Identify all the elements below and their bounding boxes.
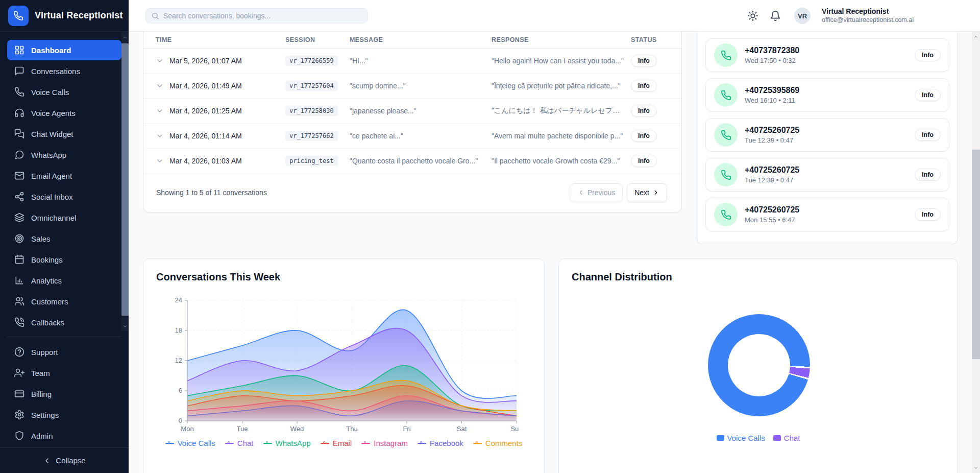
notifications-icon[interactable] bbox=[770, 10, 781, 21]
phone-icon bbox=[721, 90, 731, 101]
sidebar-item-chat-widget[interactable]: Chat Widget bbox=[7, 124, 121, 144]
phone-icon bbox=[721, 130, 731, 140]
legend-item-facebook[interactable]: Facebook bbox=[418, 439, 463, 447]
table-row[interactable]: Mar 4, 2026, 01:14 AMvr_177257662"ce pac… bbox=[143, 124, 681, 149]
call-card: +40725395869Wed 16:10 • 2:11Info bbox=[705, 78, 949, 112]
table-body: Mar 5, 2026, 01:07 AMvr_177266559"HI..."… bbox=[143, 49, 681, 174]
sidebar-item-label: Customers bbox=[31, 297, 68, 306]
sidebar-item-customers[interactable]: Customers bbox=[7, 291, 121, 312]
sidebar-item-label: Callbacks bbox=[31, 318, 64, 327]
legend-item-instagram[interactable]: Instagram bbox=[361, 439, 408, 447]
sidebar-item-analytics[interactable]: Analytics bbox=[7, 270, 121, 291]
sidebar-item-voice-calls[interactable]: Voice Calls bbox=[7, 82, 121, 102]
table-row[interactable]: Mar 4, 2026, 01:03 AMpricing_test"Quanto… bbox=[143, 149, 681, 174]
sidebar-item-omnichannel[interactable]: Omnichannel bbox=[7, 207, 121, 228]
call-meta: Tue 12:39 • 0:47 bbox=[745, 176, 799, 184]
theme-toggle-icon[interactable] bbox=[747, 10, 758, 21]
users-icon bbox=[14, 296, 24, 306]
row-message: "scump domne..." bbox=[350, 82, 492, 90]
sidebar-item-team[interactable]: Team bbox=[7, 363, 121, 383]
legend-item-email[interactable]: Email bbox=[321, 439, 352, 447]
sidebar-item-settings[interactable]: Settings bbox=[7, 405, 121, 425]
sidebar-item-admin[interactable]: Admin bbox=[7, 425, 121, 446]
table-header: TIME SESSION MESSAGE RESPONSE STATUS bbox=[143, 32, 681, 49]
chevron-down-icon[interactable] bbox=[156, 132, 164, 140]
chevron-down-icon[interactable] bbox=[122, 324, 128, 329]
shield-icon bbox=[14, 431, 24, 441]
app-logo bbox=[8, 6, 29, 26]
sidebar-item-whatsapp[interactable]: WhatsApp bbox=[7, 145, 121, 165]
svg-text:0: 0 bbox=[179, 417, 182, 424]
chevron-down-icon[interactable] bbox=[973, 465, 978, 470]
info-button[interactable]: Info bbox=[915, 129, 941, 141]
table-row[interactable]: Mar 4, 2026, 01:25 AMvr_177258030"japane… bbox=[143, 99, 681, 124]
info-button[interactable]: Info bbox=[915, 49, 941, 61]
sidebar-item-dashboard[interactable]: Dashboard bbox=[7, 40, 121, 60]
info-button[interactable]: Info bbox=[915, 208, 941, 221]
sidebar-item-label: Bookings bbox=[31, 255, 63, 264]
legend-item-chat[interactable]: Chat bbox=[225, 439, 254, 447]
sidebar-collapse-button[interactable]: Collapse bbox=[0, 447, 129, 473]
legend-item-voice-calls[interactable]: Voice Calls bbox=[165, 439, 215, 447]
chevron-up-icon[interactable] bbox=[122, 35, 128, 40]
previous-button[interactable]: Previous bbox=[570, 183, 623, 202]
sidebar-item-label: Sales bbox=[31, 234, 51, 243]
legend-swatch-icon bbox=[717, 435, 724, 441]
row-message: "Quanto costa il pacchetto vocale Gro...… bbox=[350, 157, 492, 165]
sidebar-item-email-agent[interactable]: Email Agent bbox=[7, 165, 121, 186]
phone-icon bbox=[721, 50, 731, 61]
session-badge: vr_177266559 bbox=[285, 56, 338, 66]
sidebar-item-sales[interactable]: Sales bbox=[7, 228, 121, 249]
chevron-up-icon[interactable] bbox=[973, 34, 978, 39]
sidebar-scrollbar[interactable] bbox=[121, 32, 129, 331]
sidebar-footer-nav: SupportTeamBillingSettingsAdmin bbox=[0, 342, 129, 446]
global-search[interactable] bbox=[145, 8, 368, 23]
avatar[interactable]: VR bbox=[794, 8, 811, 24]
share-2-icon bbox=[14, 192, 24, 202]
headphones-icon bbox=[14, 108, 24, 118]
sidebar-item-billing[interactable]: Billing bbox=[7, 384, 121, 404]
sidebar-scrollbar-thumb[interactable] bbox=[121, 43, 129, 316]
table-row[interactable]: Mar 5, 2026, 01:07 AMvr_177266559"HI..."… bbox=[143, 49, 681, 74]
sidebar-item-social-inbox[interactable]: Social Inbox bbox=[7, 186, 121, 207]
legend-label: WhatsApp bbox=[276, 439, 311, 447]
sidebar-item-voice-agents[interactable]: Voice Agents bbox=[7, 103, 121, 123]
message-square-icon bbox=[14, 66, 24, 76]
chevron-down-icon[interactable] bbox=[156, 57, 164, 65]
sidebar-item-conversations[interactable]: Conversations bbox=[7, 61, 121, 81]
legend-item-comments[interactable]: Comments bbox=[473, 439, 523, 447]
info-button[interactable]: Info bbox=[631, 155, 657, 167]
info-button[interactable]: Info bbox=[631, 55, 657, 67]
legend-item-chat[interactable]: Chat bbox=[773, 434, 800, 442]
legend-label: Email bbox=[333, 439, 352, 447]
legend-item-voice-calls[interactable]: Voice Calls bbox=[717, 434, 765, 442]
legend-marker-icon bbox=[361, 443, 370, 444]
info-button[interactable]: Info bbox=[631, 105, 657, 117]
row-response: "Hello again! How can I assist you toda.… bbox=[492, 57, 631, 65]
table-footer: Showing 1 to 5 of 11 conversations Previ… bbox=[143, 173, 681, 212]
legend-item-whatsapp[interactable]: WhatsApp bbox=[263, 439, 311, 447]
search-input[interactable] bbox=[163, 12, 362, 20]
sidebar-item-bookings[interactable]: Bookings bbox=[7, 249, 121, 270]
col-status: STATUS bbox=[631, 36, 681, 43]
sidebar-item-callbacks[interactable]: Callbacks bbox=[7, 312, 121, 333]
table-row[interactable]: Mar 4, 2026, 01:49 AMvr_177257604"scump … bbox=[143, 74, 681, 99]
row-time: Mar 4, 2026, 01:25 AM bbox=[169, 107, 242, 115]
sidebar-item-label: Conversations bbox=[31, 67, 80, 76]
info-button[interactable]: Info bbox=[631, 80, 657, 92]
page-scrollbar-thumb[interactable] bbox=[972, 150, 980, 359]
topbar-actions: VR Virtual Receptionist office@virtualre… bbox=[747, 0, 914, 32]
sidebar-item-support[interactable]: Support bbox=[7, 342, 121, 362]
row-response: "こんにちは！ 私はバーチャルレセプショ..." bbox=[492, 106, 631, 115]
chevron-down-icon[interactable] bbox=[156, 157, 164, 165]
page-scrollbar[interactable] bbox=[972, 32, 980, 473]
chevron-down-icon[interactable] bbox=[156, 82, 164, 90]
chevron-down-icon[interactable] bbox=[156, 107, 164, 115]
info-button[interactable]: Info bbox=[915, 89, 941, 101]
next-button[interactable]: Next bbox=[627, 183, 667, 202]
svg-text:Sat: Sat bbox=[457, 425, 467, 433]
info-button[interactable]: Info bbox=[631, 130, 657, 142]
sidebar-item-label: Email Agent bbox=[31, 172, 72, 180]
info-button[interactable]: Info bbox=[915, 169, 941, 181]
dashboard-screen: Virtual Receptionist DashboardConversati… bbox=[0, 0, 980, 473]
